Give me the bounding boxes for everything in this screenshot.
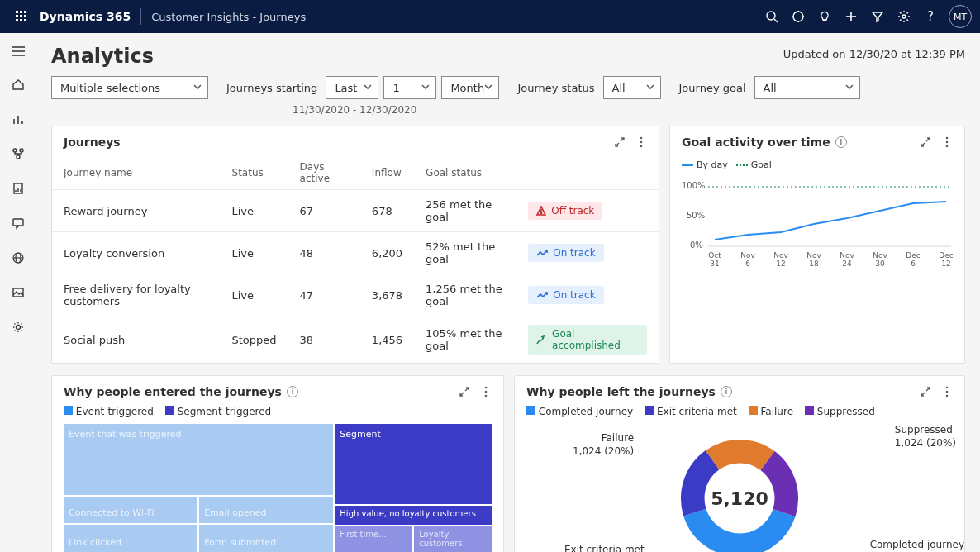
donut-label-completed: Completed journey2,048 (40%) <box>870 539 964 552</box>
home-icon[interactable] <box>3 69 33 99</box>
goal-status-pill: Goal accomplished <box>528 325 647 355</box>
expand-icon[interactable] <box>918 384 933 399</box>
svg-rect-4 <box>20 15 22 17</box>
more-icon[interactable] <box>940 135 954 150</box>
treemap-tile[interactable]: Connected to Wi-Fi <box>64 497 197 523</box>
segment-select[interactable]: Multiple selections <box>51 76 208 99</box>
treemap-tile[interactable]: Link clicked <box>64 525 197 552</box>
svg-text:Dec: Dec <box>906 251 920 259</box>
treemap-tile[interactable]: Loyalty customers <box>414 526 492 552</box>
treemap-tile[interactable]: Event that was triggered <box>64 424 333 495</box>
svg-text:6: 6 <box>745 259 750 268</box>
svg-rect-6 <box>16 19 18 21</box>
gear-icon[interactable] <box>3 312 33 342</box>
svg-text:18: 18 <box>809 259 819 268</box>
table-row[interactable]: Social push Stopped 38 1,456 105% met th… <box>52 316 659 364</box>
globe-icon[interactable] <box>3 243 33 273</box>
cell-status: Stopped <box>221 316 288 364</box>
treemap-tile[interactable]: First time... <box>335 526 412 552</box>
chevron-down-icon <box>193 82 202 94</box>
add-icon[interactable] <box>838 3 864 30</box>
treemap-tile[interactable]: Segment <box>335 424 492 504</box>
help-icon[interactable]: ? <box>917 3 944 30</box>
journeys-starting-num-select[interactable]: 1 <box>383 76 436 99</box>
svg-point-38 <box>541 212 542 213</box>
module-label[interactable]: Customer Insights - Journeys <box>151 11 306 23</box>
app-launcher-icon[interactable] <box>8 3 35 30</box>
svg-point-40 <box>946 141 949 144</box>
col-name: Journey name <box>52 156 221 190</box>
expand-icon[interactable] <box>457 384 472 399</box>
svg-point-14 <box>902 15 906 18</box>
info-icon[interactable]: i <box>287 386 298 397</box>
svg-point-66 <box>946 387 949 389</box>
cell-goal: 256 met the goal <box>414 190 516 232</box>
date-range-label: 11/30/2020 - 12/30/2020 <box>293 104 499 116</box>
svg-text:12: 12 <box>776 259 785 268</box>
settings-icon[interactable] <box>891 3 917 30</box>
left-donut-chart: 5,120 Suppressed1,024 (20%) Failure1,024… <box>515 424 964 552</box>
analytics-icon[interactable] <box>3 104 33 134</box>
brand-label[interactable]: Dynamics 365 <box>40 10 131 23</box>
more-icon[interactable] <box>478 384 493 399</box>
more-icon[interactable] <box>634 135 649 150</box>
cell-goal: 105% met the goal <box>414 316 516 364</box>
left-reasons-card: Why people left the journeysi Completed … <box>514 375 965 552</box>
goal-card-title: Goal activity over time <box>682 136 830 149</box>
journey-goal-select[interactable]: All <box>754 76 860 99</box>
cell-inflow: 3,678 <box>360 274 414 316</box>
journey-icon[interactable] <box>3 139 33 169</box>
svg-text:Oct: Oct <box>708 251 721 259</box>
svg-text:0%: 0% <box>690 240 703 250</box>
report-icon[interactable] <box>3 174 33 203</box>
filter-icon[interactable] <box>864 3 891 30</box>
chevron-down-icon <box>483 82 493 94</box>
svg-text:6: 6 <box>911 259 916 268</box>
treemap-tile[interactable]: High value, no loyalty customers <box>335 506 492 525</box>
svg-point-21 <box>13 149 17 152</box>
table-row[interactable]: Reward journey Live 67 678 256 met the g… <box>52 190 659 232</box>
journeys-starting-unit-select[interactable]: Month <box>441 76 499 99</box>
expand-icon[interactable] <box>918 135 933 150</box>
svg-text:31: 31 <box>710 259 719 268</box>
legend-failure: Failure <box>761 406 793 417</box>
expand-icon[interactable] <box>612 135 627 150</box>
entry-card-title: Why people entered the journeys <box>64 385 282 398</box>
legend-byday: By day <box>697 159 728 170</box>
image-icon[interactable] <box>3 278 33 307</box>
svg-point-9 <box>767 12 775 20</box>
journeys-card-title: Journeys <box>64 136 612 149</box>
svg-text:Dec: Dec <box>939 251 953 259</box>
table-row[interactable]: Free delivery for loyalty customers Live… <box>52 274 659 316</box>
goal-activity-chart: 100% 50% 0% Oct31 Nov6 Nov12 Nov18 Nov24 <box>682 177 954 276</box>
table-row[interactable]: Loyalty conversion Live 48 6,200 52% met… <box>52 232 659 274</box>
donut-center-total: 5,120 <box>711 488 768 509</box>
info-icon[interactable]: i <box>835 136 847 148</box>
svg-point-34 <box>640 137 643 140</box>
avatar[interactable]: MT <box>949 5 972 28</box>
target-icon[interactable] <box>785 3 811 30</box>
message-icon[interactable] <box>3 208 33 238</box>
cell-status: Live <box>221 274 288 316</box>
journey-status-label: Journey status <box>517 82 594 94</box>
info-icon[interactable]: i <box>721 386 732 397</box>
svg-text:100%: 100% <box>682 181 706 190</box>
goal-status-pill: On track <box>528 244 603 262</box>
svg-rect-1 <box>20 11 22 13</box>
svg-rect-28 <box>13 219 23 226</box>
cell-name: Loyalty conversion <box>52 232 221 274</box>
cell-goal: 1,256 met the goal <box>414 274 516 316</box>
search-icon[interactable] <box>759 3 785 30</box>
treemap-tile[interactable]: Form submitted <box>199 525 333 552</box>
treemap-tile[interactable]: Email opened <box>199 497 333 523</box>
cell-name: Free delivery for loyalty customers <box>52 274 221 316</box>
legend-event-triggered: Event-triggered <box>76 406 154 417</box>
more-icon[interactable] <box>940 384 954 399</box>
journeys-starting-mode-select[interactable]: Last <box>326 76 378 99</box>
lightbulb-icon[interactable] <box>811 3 838 30</box>
journeys-card: Journeys Journey name Status Days active… <box>51 126 659 364</box>
svg-point-64 <box>485 391 488 393</box>
hamburger-icon[interactable] <box>3 38 33 64</box>
journey-status-select[interactable]: All <box>603 76 661 99</box>
svg-rect-2 <box>24 11 26 13</box>
